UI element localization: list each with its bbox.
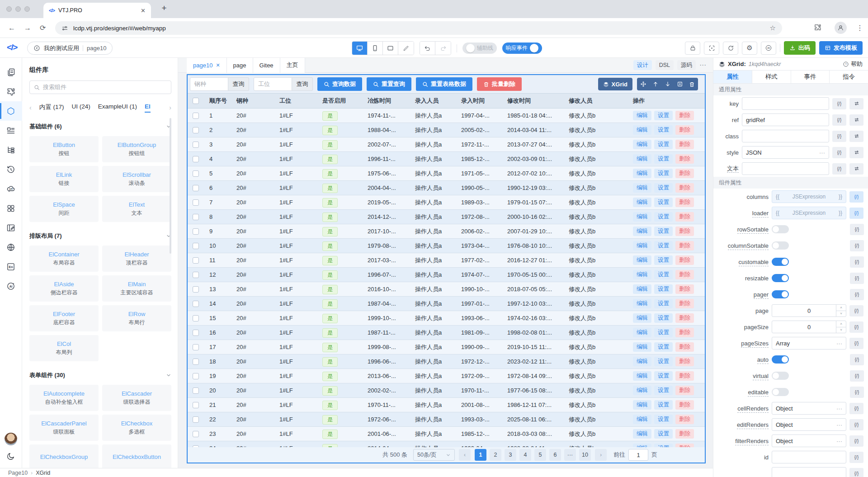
delete-button[interactable]: 删除 xyxy=(675,299,694,308)
row-checkbox[interactable] xyxy=(188,311,204,325)
key-input[interactable] xyxy=(742,97,829,110)
edit-button[interactable]: 编辑 xyxy=(633,299,651,308)
api-icon[interactable]: API xyxy=(0,179,22,198)
virtual-toggle[interactable] xyxy=(772,372,789,380)
drag-move-icon[interactable] xyxy=(637,78,649,90)
settings-button[interactable]: 设置 xyxy=(654,415,673,424)
row-checkbox[interactable] xyxy=(188,166,204,180)
window-controls[interactable] xyxy=(6,6,30,12)
component-item-ElHeader[interactable]: ElHeader顶栏容器 xyxy=(102,246,171,272)
bind-swap-icon[interactable] xyxy=(849,163,863,175)
column-header-操作[interactable]: 操作 xyxy=(627,94,703,108)
tabs-scroll-right-icon[interactable]: › xyxy=(169,104,171,111)
component-item-ElText[interactable]: ElText文本 xyxy=(102,196,171,222)
code-expression-icon[interactable]: {/} xyxy=(849,305,863,316)
page-button-10[interactable]: 10 xyxy=(579,449,591,461)
code-expression-icon[interactable]: {/} xyxy=(850,354,864,365)
device-desktop-button[interactable] xyxy=(352,42,368,55)
delete-button[interactable]: 删除 xyxy=(675,198,694,207)
component-item-ElLink[interactable]: ElLink链接 xyxy=(29,166,99,192)
edit-button[interactable]: 编辑 xyxy=(633,212,651,222)
row-checkbox[interactable] xyxy=(188,282,204,296)
edit-button[interactable]: 编辑 xyxy=(633,313,651,323)
guides-toggle[interactable]: 辅助线 xyxy=(462,43,497,54)
column-header-录入时间[interactable]: 录入时间 xyxy=(456,94,502,108)
search-input[interactable]: 搜索组件 xyxy=(29,80,171,94)
tab-事件[interactable]: 事件 xyxy=(791,71,830,83)
code-expression-icon[interactable]: {/} xyxy=(832,163,846,175)
query-data-button[interactable]: 查询数据 xyxy=(317,77,362,91)
settings-button[interactable]: 设置 xyxy=(654,429,673,439)
respond-events-toggle[interactable]: 响应事件 xyxy=(502,43,542,54)
tab-样式[interactable]: 样式 xyxy=(752,71,791,83)
duplicate-icon[interactable] xyxy=(674,78,686,90)
pager-ellipsis[interactable]: ··· xyxy=(564,449,576,461)
component-item-ElCheckboxButton[interactable]: ElCheckboxButton xyxy=(102,444,171,468)
delete-button[interactable]: 删除 xyxy=(675,357,694,366)
row-checkbox[interactable] xyxy=(188,210,204,224)
settings-button[interactable]: 设置 xyxy=(654,299,673,308)
row-checkbox[interactable] xyxy=(188,369,204,383)
next-page-button[interactable]: › xyxy=(595,449,607,461)
row-checkbox[interactable] xyxy=(188,412,204,426)
code-expression-icon[interactable]: {/} xyxy=(849,208,863,219)
settings-button[interactable]: 设置 xyxy=(654,125,673,135)
user-avatar[interactable] xyxy=(5,433,17,445)
history-icon[interactable] xyxy=(0,160,22,179)
mode-source-button[interactable]: 源码 xyxy=(677,60,696,70)
forward-icon[interactable]: → xyxy=(24,24,31,32)
reload-icon[interactable]: ⟳ xyxy=(40,24,46,32)
layout-icon[interactable] xyxy=(0,121,22,140)
redo-icon[interactable] xyxy=(435,42,451,55)
pages-icon[interactable] xyxy=(0,62,22,82)
page-button-6[interactable]: 6 xyxy=(549,449,561,461)
delete-button[interactable]: 删除 xyxy=(675,429,694,439)
delete-trash-icon[interactable] xyxy=(686,78,698,90)
code-expression-icon[interactable]: {/} xyxy=(849,338,863,349)
edit-button[interactable]: 编辑 xyxy=(633,357,651,366)
library-tab-2[interactable]: ExampleUI (1) xyxy=(98,103,137,113)
tab-close-icon[interactable]: ✕ xyxy=(141,7,146,14)
code-expression-icon[interactable]: {/} xyxy=(850,370,864,382)
row-checkbox[interactable] xyxy=(188,195,204,209)
row-checkbox[interactable] xyxy=(188,109,204,123)
column-header-冶炼时间[interactable]: 冶炼时间 xyxy=(362,94,410,108)
delete-button[interactable]: 删除 xyxy=(675,371,694,381)
more-options-icon[interactable]: ⋯ xyxy=(699,61,707,69)
column-header-修改人员[interactable]: 修改人员 xyxy=(563,94,627,108)
delete-button[interactable]: 删除 xyxy=(675,111,694,120)
url-text[interactable]: lcdp.vtj.pro/designer/#/web/myapp xyxy=(73,25,765,32)
edit-button[interactable]: 编辑 xyxy=(633,198,651,207)
edit-button[interactable]: 编辑 xyxy=(633,342,651,352)
column-header-录入人员[interactable]: 录入人员 xyxy=(410,94,456,108)
apps-icon[interactable] xyxy=(0,198,22,218)
component-item-ElScrollbar[interactable]: ElScrollbar滚动条 xyxy=(102,166,171,192)
pageSize-stepper[interactable]: 0˄˅ xyxy=(772,321,846,333)
component-item-ElButtonGroup[interactable]: ElButtonGroup按钮组 xyxy=(102,136,171,162)
code-expression-icon[interactable]: {/} xyxy=(832,98,846,109)
back-home-icon[interactable] xyxy=(33,45,40,52)
settings-button[interactable]: 设置 xyxy=(654,255,673,265)
filterRenders-input[interactable]: Object··· xyxy=(772,434,846,447)
column-header-工位[interactable]: 工位 xyxy=(274,94,317,108)
row-checkbox[interactable] xyxy=(188,152,204,166)
code-expression-icon[interactable]: {/} xyxy=(849,419,863,430)
tab-close-icon[interactable]: ✕ xyxy=(216,62,220,68)
back-icon[interactable]: ← xyxy=(8,24,15,32)
component-item-ElRow[interactable]: ElRow布局行 xyxy=(102,305,171,331)
bind-swap-icon[interactable] xyxy=(849,114,863,126)
delete-button[interactable]: 删除 xyxy=(675,140,694,149)
component-item-ElButton[interactable]: ElButton按钮 xyxy=(29,136,99,162)
page-stepper[interactable]: 0˄˅ xyxy=(772,304,846,317)
component-item-ElFooter[interactable]: ElFooter底栏容器 xyxy=(29,305,99,331)
browser-tab[interactable]: </> VTJ.PRO ✕ xyxy=(43,3,151,18)
row-checkbox[interactable] xyxy=(188,398,204,412)
code-expression-icon[interactable]: {/} xyxy=(849,452,863,463)
delete-button[interactable]: 删除 xyxy=(675,400,694,410)
code-expression-icon[interactable]: {/} xyxy=(832,147,846,158)
components-icon[interactable] xyxy=(0,101,22,121)
theme-moon-icon[interactable] xyxy=(6,452,15,461)
prev-page-button[interactable]: ‹ xyxy=(459,449,471,461)
settings-button[interactable]: 设置 xyxy=(654,140,673,149)
steel-filter-input[interactable]: 钢种 xyxy=(190,77,228,91)
